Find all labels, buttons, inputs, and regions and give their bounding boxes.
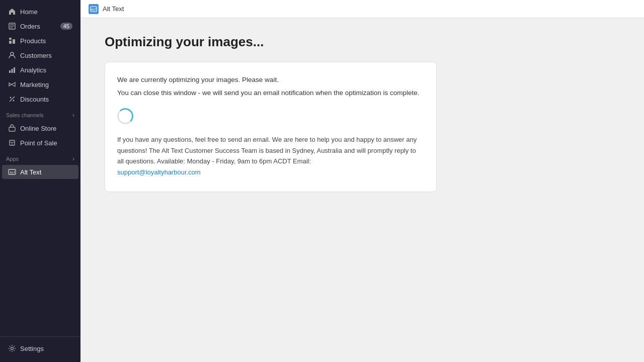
svg-text:ALT: ALT (91, 8, 96, 11)
sales-channels-chevron-icon: › (72, 112, 74, 119)
sidebar-item-analytics-label: Analytics (20, 66, 72, 74)
sidebar-item-products-label: Products (20, 37, 72, 45)
sidebar-item-settings[interactable]: Settings (2, 341, 78, 355)
home-icon (8, 8, 16, 16)
sidebar-item-alt-text[interactable]: ALT Alt Text (2, 165, 78, 179)
page-title: Optimizing your images... (105, 34, 620, 50)
sales-channels-section: Sales channels › (0, 107, 80, 121)
sidebar-item-point-of-sale[interactable]: Point of Sale (2, 136, 78, 150)
loading-spinner (117, 108, 133, 124)
svg-rect-9 (12, 69, 13, 73)
alt-text-app-icon: ALT (8, 168, 16, 176)
sidebar-item-discounts[interactable]: Discounts (2, 92, 78, 106)
svg-text:ALT: ALT (10, 171, 16, 174)
sidebar-item-home[interactable]: Home (2, 5, 78, 19)
topbar-app-name: Alt Text (103, 5, 124, 13)
sidebar-item-pos-label: Point of Sale (20, 139, 72, 147)
discounts-icon (8, 95, 16, 103)
marketing-icon (8, 80, 16, 88)
sidebar-item-customers-label: Customers (20, 52, 72, 59)
content-area: Optimizing your images... We are current… (80, 18, 644, 362)
status-line1: We are currently optimizing your images.… (117, 74, 424, 85)
sidebar-item-online-store-label: Online Store (20, 125, 72, 132)
settings-icon (8, 344, 16, 352)
sidebar-item-discounts-label: Discounts (20, 96, 72, 103)
svg-rect-10 (14, 67, 15, 73)
orders-badge: 45 (60, 23, 72, 30)
analytics-icon (8, 66, 16, 74)
info-text: If you have any questions, feel free to … (117, 134, 424, 177)
sidebar-item-home-label: Home (20, 8, 72, 16)
svg-rect-8 (9, 70, 11, 73)
svg-point-20 (11, 347, 14, 350)
sidebar-item-alt-text-label: Alt Text (20, 168, 72, 176)
svg-point-7 (11, 52, 14, 55)
sidebar: Home Orders 45 Prod (0, 0, 80, 362)
svg-rect-5 (13, 39, 15, 44)
sidebar-item-analytics[interactable]: Analytics (2, 63, 78, 77)
apps-section: Apps › (0, 150, 80, 164)
main-area: ALT Alt Text Optimizing your images... W… (80, 0, 644, 362)
sidebar-item-online-store[interactable]: Online Store (2, 121, 78, 135)
status-card: We are currently optimizing your images.… (105, 62, 437, 192)
status-line2: You can close this window - we will send… (117, 87, 424, 99)
svg-point-11 (10, 97, 12, 99)
svg-rect-6 (9, 38, 12, 40)
support-email-link[interactable]: support@loyaltyharbour.com (117, 168, 201, 176)
sidebar-item-customers[interactable]: Customers (2, 48, 78, 62)
topbar-app-icon: ALT (89, 4, 99, 14)
products-icon (8, 37, 16, 45)
apps-chevron-icon: › (72, 155, 74, 162)
sidebar-item-orders-label: Orders (20, 23, 56, 30)
svg-rect-14 (9, 127, 15, 131)
customers-icon (8, 51, 16, 59)
sidebar-item-marketing[interactable]: Marketing (2, 77, 78, 92)
sidebar-item-products[interactable]: Products (2, 34, 78, 48)
spinner-container (117, 108, 424, 124)
point-of-sale-icon (8, 139, 16, 147)
svg-point-12 (13, 100, 15, 102)
settings-label: Settings (20, 345, 72, 352)
svg-rect-4 (9, 41, 12, 44)
sidebar-nav: Home Orders 45 Prod (0, 0, 80, 336)
topbar: ALT Alt Text (80, 0, 644, 18)
sidebar-item-marketing-label: Marketing (20, 81, 72, 88)
orders-icon (8, 22, 16, 30)
sidebar-item-orders[interactable]: Orders 45 (2, 19, 78, 33)
sidebar-footer: Settings (0, 336, 80, 362)
online-store-icon (8, 124, 16, 132)
